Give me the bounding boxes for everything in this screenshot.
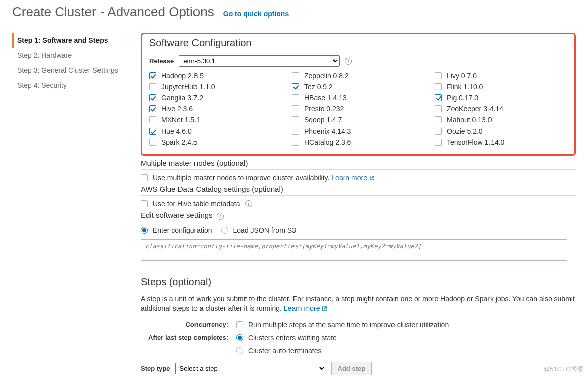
- software-applications-grid: Hadoop 2.8.5Zeppelin 0.8.2Livy 0.7.0Jupy…: [149, 72, 567, 146]
- software-label: Hive 2.3.6: [161, 105, 193, 113]
- software-checkbox[interactable]: [149, 72, 156, 79]
- sidebar-step-1[interactable]: Step 1: Software and Steps: [12, 33, 141, 48]
- software-checkbox[interactable]: [292, 72, 299, 79]
- software-option: Sqoop 1.4.7: [292, 116, 425, 124]
- software-label: MXNet 1.5.1: [161, 116, 201, 124]
- software-checkbox[interactable]: [435, 83, 442, 90]
- multi-master-heading: Multiple master nodes (optional): [141, 159, 576, 167]
- concurrency-text: Run multiple steps at the same time to i…: [248, 321, 449, 329]
- load-json-label: Load JSON from S3: [233, 226, 296, 234]
- software-checkbox[interactable]: [435, 116, 442, 123]
- info-icon[interactable]: i: [217, 213, 224, 220]
- software-label: Presto 0.232: [304, 105, 344, 113]
- software-config-heading: Software Configuration: [149, 37, 567, 49]
- software-option: MXNet 1.5.1: [149, 116, 282, 124]
- software-checkbox[interactable]: [435, 94, 442, 101]
- software-option: Pig 0.17.0: [435, 94, 567, 102]
- software-option: Zeppelin 0.8.2: [292, 72, 425, 80]
- sidebar-step-3[interactable]: Step 3: General Cluster Settings: [12, 63, 141, 78]
- enter-configuration-label: Enter configuration: [153, 226, 212, 234]
- go-to-quick-options-link[interactable]: Go to quick options: [223, 10, 289, 18]
- software-checkbox[interactable]: [149, 128, 156, 135]
- step-type-label: Step type: [141, 365, 170, 372]
- software-label: Flink 1.10.0: [447, 83, 483, 91]
- software-label: HBase 1.4.13: [304, 94, 347, 102]
- info-icon[interactable]: i: [345, 58, 352, 65]
- sidebar-step-2[interactable]: Step 2: Hardware: [12, 48, 141, 63]
- multi-master-checkbox[interactable]: [141, 174, 148, 181]
- software-option: Phoenix 4.14.3: [292, 127, 425, 135]
- release-select[interactable]: emr-5.30.1: [179, 55, 340, 67]
- software-checkbox[interactable]: [292, 83, 299, 90]
- software-checkbox[interactable]: [435, 105, 442, 112]
- software-option: JupyterHub 1.1.0: [149, 83, 282, 91]
- glue-hive-checkbox[interactable]: [141, 200, 148, 207]
- software-option: Hadoop 2.8.5: [149, 72, 282, 80]
- sidebar-step-4[interactable]: Step 4: Security: [12, 78, 141, 93]
- software-checkbox[interactable]: [435, 72, 442, 79]
- software-checkbox[interactable]: [292, 94, 299, 101]
- software-label: Sqoop 1.4.7: [304, 116, 342, 124]
- concurrency-label: Concurrency:: [141, 321, 236, 328]
- software-checkbox[interactable]: [292, 128, 299, 135]
- software-option: TensorFlow 1.14.0: [435, 138, 567, 146]
- add-step-button[interactable]: Add step: [331, 362, 372, 375]
- steps-description: A step is a unit of work you submit to t…: [141, 294, 576, 314]
- software-option: HBase 1.4.13: [292, 94, 425, 102]
- software-option: Presto 0.232: [292, 105, 425, 113]
- software-configuration-box: Software Configuration Release emr-5.30.…: [141, 33, 576, 156]
- software-label: Pig 0.17.0: [447, 94, 478, 102]
- software-checkbox[interactable]: [435, 139, 442, 146]
- software-checkbox[interactable]: [149, 116, 156, 123]
- watermark: @51CTO博客: [543, 365, 584, 374]
- software-label: TensorFlow 1.14.0: [447, 138, 504, 146]
- software-label: Livy 0.7.0: [447, 72, 477, 80]
- steps-learn-more-link[interactable]: Learn more: [284, 304, 327, 312]
- configuration-textarea[interactable]: [141, 239, 567, 261]
- software-checkbox[interactable]: [149, 94, 156, 101]
- software-checkbox[interactable]: [292, 139, 299, 146]
- software-checkbox[interactable]: [149, 105, 156, 112]
- glue-heading: AWS Glue Data Catalog settings (optional…: [141, 185, 576, 193]
- concurrency-checkbox[interactable]: [236, 321, 243, 328]
- software-label: JupyterHub 1.1.0: [161, 83, 215, 91]
- multi-master-label: Use multiple master nodes to improve clu…: [153, 174, 375, 182]
- page-title: Create Cluster - Advanced Options: [12, 4, 214, 20]
- steps-heading: Steps (optional): [141, 276, 576, 288]
- software-checkbox[interactable]: [292, 116, 299, 123]
- multi-master-learn-more-link[interactable]: Learn more: [331, 174, 374, 182]
- after-terminate-label: Cluster auto-terminates: [248, 347, 322, 355]
- software-option: Spark 2.4.5: [149, 138, 282, 146]
- software-label: HCatalog 2.3.6: [304, 138, 351, 146]
- software-label: Mahout 0.13.0: [447, 116, 492, 124]
- software-label: Zeppelin 0.8.2: [304, 72, 349, 80]
- software-checkbox[interactable]: [149, 139, 156, 146]
- software-label: Phoenix 4.14.3: [304, 127, 351, 135]
- software-option: Hue 4.6.0: [149, 127, 282, 135]
- software-label: Ganglia 3.7.2: [161, 94, 203, 102]
- software-label: ZooKeeper 3.4.14: [447, 105, 503, 113]
- wizard-sidebar: Step 1: Software and Steps Step 2: Hardw…: [12, 33, 141, 93]
- after-terminate-radio[interactable]: [236, 347, 243, 354]
- software-checkbox[interactable]: [435, 128, 442, 135]
- load-json-radio[interactable]: [221, 227, 228, 234]
- after-last-label: After last step completes:: [141, 334, 236, 341]
- enter-configuration-radio[interactable]: [141, 227, 148, 234]
- edit-settings-heading: Edit software settings i: [141, 211, 576, 220]
- software-option: Ganglia 3.7.2: [149, 94, 282, 102]
- software-option: Flink 1.10.0: [435, 83, 567, 91]
- step-type-select[interactable]: Select a step: [175, 363, 326, 374]
- info-icon[interactable]: i: [245, 200, 252, 207]
- after-waiting-radio[interactable]: [236, 334, 243, 341]
- software-label: Tez 0.9.2: [304, 83, 333, 91]
- glue-hive-label: Use for Hive table metadata: [153, 200, 240, 208]
- software-checkbox[interactable]: [292, 105, 299, 112]
- software-label: Hue 4.6.0: [161, 127, 192, 135]
- software-checkbox[interactable]: [149, 83, 156, 90]
- software-option: Hive 2.3.6: [149, 105, 282, 113]
- software-option: HCatalog 2.3.6: [292, 138, 425, 146]
- after-waiting-label: Clusters enters waiting state: [248, 334, 337, 342]
- software-option: Mahout 0.13.0: [435, 116, 567, 124]
- software-option: Oozie 5.2.0: [435, 127, 567, 135]
- software-option: ZooKeeper 3.4.14: [435, 105, 567, 113]
